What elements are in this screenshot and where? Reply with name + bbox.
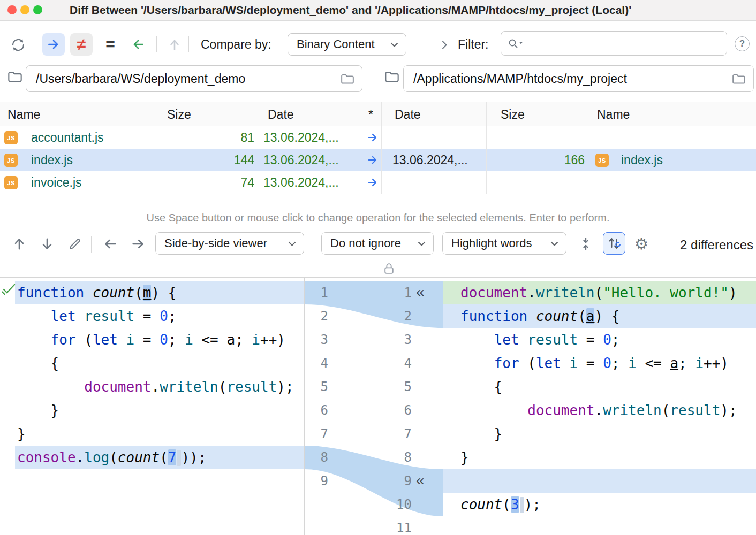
code-line (443, 469, 756, 493)
search-icon (508, 38, 524, 50)
synchronize-icon-disabled (165, 35, 184, 54)
browse-folder-icon[interactable] (341, 73, 354, 85)
hint-bar: Use Space button or mouse click to chang… (0, 210, 756, 226)
apply-change-chevron-icon[interactable]: « (416, 469, 435, 493)
file-name-right: index.js (621, 149, 663, 171)
question-icon: ? (739, 39, 745, 49)
gutter-line-number-right: 11 (365, 516, 412, 535)
diff-window: Diff Between '/Users/barbara/WS/deployme… (0, 0, 756, 535)
gutter-line-number-left: 2 (305, 304, 328, 328)
gutter-line-number-right: 4 (365, 351, 412, 375)
close-window-icon[interactable] (7, 5, 17, 14)
minimize-window-icon[interactable] (20, 5, 29, 14)
copy-to-left-button[interactable] (127, 33, 149, 56)
column-separator (588, 102, 588, 194)
gutter-line-number-left: 8 (305, 446, 328, 469)
help-button[interactable]: ? (735, 36, 750, 51)
col-date-left[interactable]: Date (268, 102, 294, 127)
compare-by-label: Compare by: (201, 37, 271, 52)
table-header: Name Size Date * Date Size Name (0, 102, 756, 126)
window-title: Diff Between '/Users/barbara/WS/deployme… (70, 0, 755, 20)
file-date: 13.06.2024,... (263, 171, 362, 194)
col-size-right[interactable]: Size (501, 102, 525, 127)
highlight-mode-dropdown[interactable]: Highlight words (442, 232, 566, 255)
next-difference-icon[interactable] (37, 234, 57, 254)
left-editor-pane[interactable]: function count(m) { let result = 0; for … (0, 278, 304, 535)
settings-gear-icon[interactable]: ⚙ (632, 234, 651, 254)
folder-icon (384, 71, 399, 83)
code-line: function count(a) { (443, 304, 756, 328)
file-size-right: 166 (535, 149, 585, 171)
right-editor-pane[interactable]: document.writeln("Hello. world!")functio… (443, 278, 756, 535)
filter-label: Filter: (458, 37, 489, 52)
compare-by-value: Binary Content (297, 37, 390, 51)
file-size: 81 (203, 126, 254, 149)
js-file-icon: JS (595, 154, 609, 167)
code-line (15, 493, 304, 516)
not-equal-icon: ≠ (77, 35, 86, 54)
copy-right-arrow-icon[interactable] (366, 177, 379, 188)
maximize-window-icon[interactable] (33, 5, 42, 14)
code-line: { (443, 375, 756, 399)
code-line (15, 516, 304, 535)
browse-folder-icon[interactable] (732, 73, 746, 85)
col-name-left[interactable]: Name (7, 102, 40, 127)
synchronize-scrolling-toggle[interactable] (603, 232, 625, 255)
gutter-line-number-left: 1 (305, 281, 328, 304)
refresh-icon[interactable] (9, 35, 28, 55)
gutter-line-number-right: 10 (365, 493, 412, 516)
code-line: for (let i = 0; i <= a; i++) (443, 351, 756, 375)
compare-by-dropdown[interactable]: Binary Content (288, 33, 406, 56)
collapse-unchanged-icon[interactable] (576, 234, 595, 254)
chevron-down-icon (418, 241, 426, 246)
left-path-field[interactable]: /Users/barbara/WS/deployment_demo (26, 65, 362, 92)
toolbar-divider (91, 236, 92, 253)
viewer-mode-dropdown[interactable]: Side-by-side viewer (155, 232, 304, 255)
column-separator (260, 102, 260, 194)
show-difference-button[interactable]: ≠ (70, 33, 93, 56)
apply-change-chevron-icon[interactable]: « (416, 281, 435, 304)
table-row[interactable]: JS invoice.js 74 13.06.2024,... (0, 171, 756, 194)
apply-left-arrow-icon[interactable] (101, 234, 120, 254)
edit-pencil-icon[interactable] (65, 234, 85, 254)
code-line: console.log(count(7)); (15, 446, 304, 469)
equal-icon: = (105, 35, 115, 54)
col-date-right[interactable]: Date (395, 102, 421, 127)
file-name: accountant.js (31, 126, 104, 149)
js-file-icon: JS (4, 176, 18, 189)
col-size-left[interactable]: Size (167, 102, 191, 127)
code-line: } (443, 422, 756, 446)
code-line: } (15, 399, 304, 422)
column-separator (381, 102, 382, 194)
toolbar-divider (188, 36, 189, 52)
lock-icon[interactable] (383, 262, 395, 276)
diff-viewer: function count(m) { let result = 0; for … (0, 277, 756, 535)
viewer-mode-value: Side-by-side viewer (164, 236, 288, 250)
show-equal-button[interactable]: = (99, 33, 122, 56)
gutter-line-number-right: 7 (365, 422, 412, 446)
gutter-line-number-left: 5 (305, 375, 328, 399)
arrow-left-green-icon (131, 37, 145, 51)
table-row[interactable]: JS accountant.js 81 13.06.2024,... (0, 126, 756, 149)
file-date-right: 13.06.2024,... (392, 149, 486, 171)
code-line: for (let i = 0; i <= a; i++) (15, 328, 304, 351)
code-line: } (443, 446, 756, 469)
right-path-field[interactable]: /Applications/MAMP/htdocs/my_project (403, 65, 754, 92)
file-size: 74 (203, 171, 254, 194)
gutter-line-number-left: 9 (305, 469, 328, 493)
code-line: count(3); (443, 493, 756, 516)
filter-search-input[interactable] (501, 31, 727, 56)
previous-difference-icon[interactable] (10, 234, 29, 254)
col-name-right[interactable]: Name (597, 102, 630, 127)
ignore-mode-dropdown[interactable]: Do not ignore (321, 232, 434, 255)
chevron-down-icon (288, 241, 296, 246)
copy-to-right-button[interactable] (42, 33, 65, 56)
toolbar-divider (156, 36, 157, 52)
table-row-selected[interactable]: JS index.js 144 13.06.2024,... 13.06.202… (0, 149, 756, 171)
expand-filter-chevron-icon[interactable] (435, 35, 454, 55)
copy-right-arrow-icon[interactable] (366, 154, 379, 166)
hint-text: Use Space button or mouse click to chang… (0, 212, 756, 224)
col-operation[interactable]: * (368, 102, 373, 127)
apply-right-arrow-icon[interactable] (128, 234, 148, 254)
copy-right-arrow-icon[interactable] (366, 132, 379, 143)
